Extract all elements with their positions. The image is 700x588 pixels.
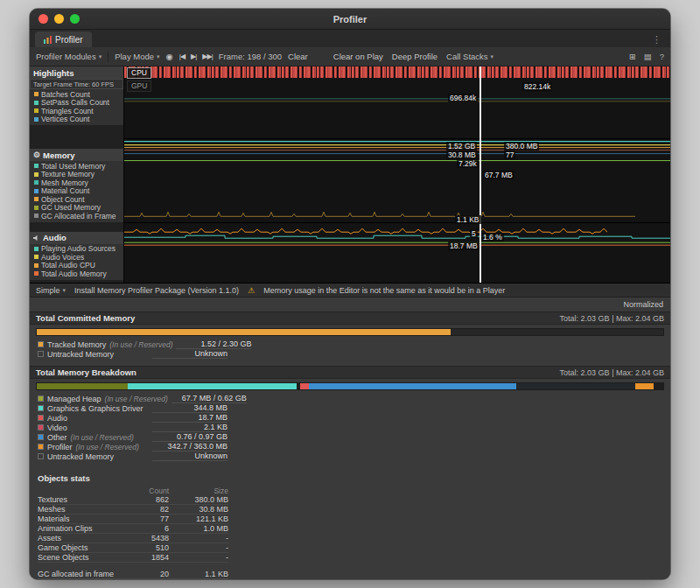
toolbar-divider bbox=[108, 52, 108, 62]
breakdown-segment bbox=[516, 383, 635, 389]
gpu-selector[interactable]: GPU bbox=[127, 80, 151, 92]
counter-toggle[interactable]: GC Allocated in Frame bbox=[30, 212, 123, 220]
counter-color-swatch bbox=[34, 271, 38, 276]
counter-color-swatch bbox=[34, 255, 38, 259]
breakdown-segment bbox=[309, 383, 515, 389]
gear-icon: ⚙ bbox=[33, 150, 40, 159]
counter-toggle[interactable]: GC Used Memory bbox=[30, 204, 123, 213]
counter-toggle[interactable]: Texture Memory bbox=[30, 171, 123, 179]
table-row: Scene Objects 1854 - bbox=[38, 553, 228, 563]
table-row: Animation Clips 6 1.0 MB bbox=[38, 524, 228, 534]
legend-color-swatch bbox=[38, 341, 44, 347]
tab-label: Profiler bbox=[55, 35, 83, 45]
tab-bar: Profiler ⋮ bbox=[30, 30, 670, 47]
legend-item: Untracked Memory Unknown bbox=[30, 452, 228, 461]
legend-color-swatch bbox=[38, 405, 44, 411]
counter-toggle[interactable]: Mesh Memory bbox=[30, 178, 123, 187]
breakdown-segment bbox=[300, 383, 309, 389]
tab-profiler[interactable]: Profiler bbox=[35, 32, 92, 47]
counter-toggle[interactable]: Total Used Memory bbox=[30, 162, 123, 171]
legend-item: Untracked Memory Unknown bbox=[30, 349, 228, 359]
counter-color-swatch bbox=[34, 247, 38, 251]
counter-toggle[interactable]: Object Count bbox=[30, 195, 123, 204]
profiler-chart[interactable]: CPU GPU 822.14k 696.84k 1.52 GB 380.0 MB… bbox=[124, 66, 670, 283]
help-icon[interactable]: ? bbox=[660, 52, 664, 61]
legend-color-swatch bbox=[38, 351, 44, 357]
counter-color-swatch bbox=[34, 101, 38, 105]
committed-memory-bar bbox=[36, 328, 664, 336]
chart-value-label: 822.14k bbox=[522, 82, 552, 91]
section-title: Total Memory Breakdown bbox=[36, 368, 136, 377]
zoom-button[interactable] bbox=[70, 14, 80, 24]
close-button[interactable] bbox=[38, 14, 48, 24]
next-frame-icon[interactable]: ▶| bbox=[191, 52, 196, 60]
profiler-chart-icon bbox=[44, 36, 52, 44]
gc-allocated-row: GC allocated in frame 20 1.1 KB bbox=[38, 570, 228, 579]
counter-toggle[interactable]: Total Audio CPU bbox=[30, 262, 123, 270]
breakdown-segment bbox=[128, 383, 297, 389]
chart-lines bbox=[124, 66, 670, 283]
legend-color-swatch bbox=[38, 424, 44, 430]
counter-toggle[interactable]: Audio Voices bbox=[30, 253, 123, 262]
layout-icon[interactable]: ⊞ bbox=[629, 52, 636, 61]
chart-value-label: 380.0 MB bbox=[504, 142, 539, 150]
counter-toggle[interactable]: Triangles Count bbox=[30, 107, 123, 116]
legend-color-swatch bbox=[38, 434, 44, 440]
cpu-selector[interactable]: CPU bbox=[127, 67, 151, 79]
chart-workspace: Highlights Target Frame Time: 60 FPS Bat… bbox=[30, 66, 670, 284]
chevron-down-icon: ▾ bbox=[491, 53, 494, 60]
counter-color-swatch bbox=[34, 117, 38, 122]
frame-counter: Frame: 198 / 300 bbox=[219, 52, 282, 61]
module-highlights-header[interactable]: Highlights bbox=[30, 66, 123, 79]
memory-module-toolbar: Simple ▾ Install Memory Profiler Package… bbox=[30, 284, 670, 298]
legend-color-swatch bbox=[38, 396, 44, 402]
counter-toggle[interactable]: Material Count bbox=[30, 187, 123, 196]
objects-stats-table: Objects stats Count Size Textures 862 38… bbox=[38, 473, 228, 579]
manual-icon[interactable]: ▤ bbox=[644, 52, 652, 61]
legend-item: Other (In use / Reserved) 0.76 / 0.97 GB bbox=[30, 432, 228, 442]
prev-frame-icon[interactable]: |◀ bbox=[179, 52, 185, 60]
counter-color-swatch bbox=[34, 189, 38, 193]
counter-color-swatch bbox=[34, 108, 38, 113]
counter-toggle[interactable]: SetPass Calls Count bbox=[30, 99, 123, 108]
counter-toggle[interactable]: Total Audio Memory bbox=[30, 270, 123, 278]
module-band-divider bbox=[124, 222, 670, 223]
chevron-down-icon: ▾ bbox=[99, 53, 102, 60]
traffic-lights bbox=[38, 14, 80, 24]
record-icon[interactable]: ◉ bbox=[166, 52, 173, 61]
current-frame-indicator[interactable] bbox=[480, 66, 481, 283]
tab-menu-icon[interactable]: ⋮ bbox=[648, 34, 665, 47]
warning-text: Memory usage in the Editor is not the sa… bbox=[263, 286, 505, 295]
table-row: Materials 77 121.1 KB bbox=[38, 514, 228, 524]
call-stacks-dropdown[interactable]: Call Stacks ▾ bbox=[446, 52, 494, 61]
view-mode-dropdown[interactable]: Simple ▾ bbox=[36, 286, 66, 295]
module-band-divider bbox=[124, 138, 670, 139]
memory-breakdown-bar bbox=[36, 382, 664, 390]
clear-on-play-toggle[interactable]: Clear on Play bbox=[333, 52, 383, 61]
memory-details-panel: Normalized Total Committed Memory Total:… bbox=[30, 298, 670, 579]
legend-item: Managed Heap (In use / Reserved) 67.7 MB… bbox=[30, 394, 228, 403]
counter-toggle[interactable]: Vertices Count bbox=[30, 116, 123, 124]
module-memory-header[interactable]: ⚙ Memory bbox=[30, 149, 123, 161]
play-mode-dropdown[interactable]: Play Mode ▾ bbox=[115, 52, 159, 61]
legend-item: Audio 18.7 MB bbox=[30, 413, 228, 423]
profiler-modules-dropdown[interactable]: Profiler Modules ▾ bbox=[36, 52, 102, 61]
objects-stats-title: Objects stats bbox=[38, 473, 228, 486]
install-memory-profiler-link[interactable]: Install Memory Profiler Package (Version… bbox=[74, 286, 239, 295]
normalized-dropdown[interactable]: Normalized bbox=[623, 300, 663, 309]
legend-color-swatch bbox=[38, 444, 44, 450]
counter-toggle[interactable]: Batches Count bbox=[30, 90, 123, 99]
titlebar[interactable]: Profiler bbox=[30, 9, 670, 30]
table-row: Game Objects 510 - bbox=[38, 543, 228, 553]
current-frame-icon[interactable]: ▶▶| bbox=[202, 52, 212, 60]
module-audio-header[interactable]: Audio bbox=[30, 232, 123, 244]
clear-button[interactable]: Clear bbox=[288, 52, 308, 61]
minimize-button[interactable] bbox=[54, 14, 64, 24]
table-row: Assets 5438 - bbox=[38, 534, 228, 543]
legend-color-swatch bbox=[38, 415, 44, 421]
deep-profile-toggle[interactable]: Deep Profile bbox=[392, 52, 438, 61]
chevron-down-icon: ▾ bbox=[157, 53, 160, 60]
counter-toggle[interactable]: Playing Audio Sources bbox=[30, 245, 123, 254]
chart-value-label: 30.8 MB bbox=[446, 150, 478, 159]
target-frame-time-dropdown[interactable]: Target Frame Time: 60 FPS bbox=[30, 79, 123, 89]
